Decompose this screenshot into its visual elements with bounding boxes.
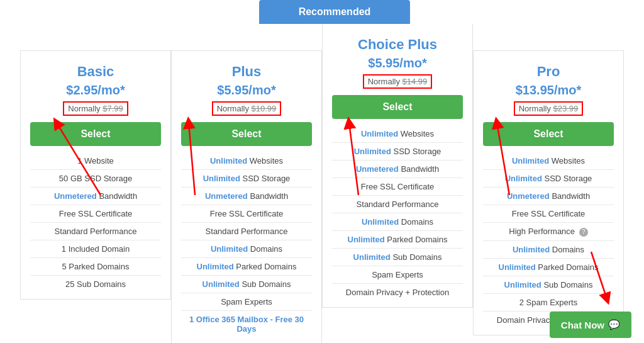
- feature-item: Standard Performance: [30, 222, 161, 240]
- feature-item: 2 Spam Experts: [483, 293, 614, 311]
- feature-item: 5 Parked Domains: [30, 257, 161, 275]
- feature-item: Standard Performance: [181, 222, 312, 240]
- feature-item: 1 Included Domain: [30, 240, 161, 257]
- feature-item: 1 Office 365 Mailbox - Free 30 Days: [181, 310, 312, 337]
- feature-item: High Performance ?: [483, 222, 614, 240]
- normally-box-basic: Normally $7.99: [63, 101, 128, 116]
- feature-item: Unlimited Domains: [332, 213, 463, 230]
- feature-item: Free SSL Certificate: [30, 205, 161, 222]
- feature-item: Free SSL Certificate: [332, 177, 463, 195]
- feature-item: Unlimited Parked Domains: [181, 257, 312, 275]
- chat-now-label: Chat Now: [561, 320, 604, 330]
- plan-name-plus: Plus: [181, 64, 312, 80]
- recommended-banner: Recommended: [259, 0, 410, 24]
- feature-item: Unlimited Sub Domains: [181, 275, 312, 293]
- page-wrapper: Recommended Basic$2.95/mo*Normally $7.99…: [0, 0, 644, 343]
- feature-item: Domain Privacy + Protection: [332, 283, 463, 301]
- feature-item: Unlimited Sub Domains: [483, 276, 614, 293]
- feature-item: Unmetered Bandwidth: [181, 187, 312, 205]
- feature-item: Unlimited Domains: [483, 240, 614, 258]
- select-button-pro[interactable]: Select: [483, 122, 614, 146]
- feature-item: Unmetered Bandwidth: [483, 187, 614, 205]
- feature-item: Unlimited Sub Domains: [332, 248, 463, 266]
- feature-item: Unlimited Websites: [332, 125, 463, 142]
- feature-item: Unlimited Websites: [483, 152, 614, 169]
- plans-container: Basic$2.95/mo*Normally $7.99Select1 Webs…: [6, 24, 638, 343]
- plan-price-plus: $5.95/mo*: [181, 83, 312, 98]
- normally-box-pro: Normally $23.99: [514, 101, 584, 116]
- feature-item: Unlimited Domains: [181, 240, 312, 257]
- plan-pro: Pro$13.95/mo*Normally $23.99SelectUnlimi…: [473, 50, 624, 335]
- feature-item: 50 GB SSD Storage: [30, 169, 161, 187]
- feature-item: Unlimited Parked Domains: [483, 258, 614, 276]
- feature-item: Unlimited SSD Storage: [332, 142, 463, 160]
- feature-item: Free SSL Certificate: [483, 205, 614, 222]
- feature-item: Unmetered Bandwidth: [332, 160, 463, 177]
- normally-wrapper-pro: Normally $23.99: [483, 101, 614, 120]
- chat-icon: 💬: [608, 319, 620, 330]
- plan-choice-plus: Choice Plus$5.95/mo*Normally $14.99Selec…: [322, 24, 473, 308]
- select-button-choice-plus[interactable]: Select: [332, 95, 463, 119]
- select-button-plus[interactable]: Select: [181, 122, 312, 146]
- normally-box-choice-plus: Normally $14.99: [363, 74, 433, 89]
- feature-list-plus: Unlimited WebsitesUnlimited SSD StorageU…: [181, 152, 312, 337]
- select-button-basic[interactable]: Select: [30, 122, 161, 146]
- feature-item: Unmetered Bandwidth: [30, 187, 161, 205]
- recommended-label: Recommended: [299, 6, 371, 17]
- feature-list-pro: Unlimited WebsitesUnlimited SSD StorageU…: [483, 152, 614, 329]
- feature-item: Free SSL Certificate: [181, 205, 312, 222]
- normally-wrapper-choice-plus: Normally $14.99: [332, 74, 463, 93]
- feature-item: Spam Experts: [332, 266, 463, 283]
- plan-basic: Basic$2.95/mo*Normally $7.99Select1 Webs…: [20, 50, 171, 300]
- feature-item: 1 Website: [30, 152, 161, 169]
- feature-item: Unlimited Websites: [181, 152, 312, 169]
- plan-price-pro: $13.95/mo*: [483, 83, 614, 98]
- feature-item: Spam Experts: [181, 293, 312, 310]
- chat-now-button[interactable]: Chat Now 💬: [550, 312, 631, 338]
- feature-item: Unlimited Parked Domains: [332, 230, 463, 248]
- plan-name-pro: Pro: [483, 64, 614, 80]
- feature-list-choice-plus: Unlimited WebsitesUnlimited SSD StorageU…: [332, 125, 463, 301]
- plan-name-basic: Basic: [30, 64, 161, 80]
- plan-name-choice-plus: Choice Plus: [332, 37, 463, 53]
- feature-item: Unlimited SSD Storage: [483, 169, 614, 187]
- feature-item: 25 Sub Domains: [30, 275, 161, 293]
- feature-item: Unlimited SSD Storage: [181, 169, 312, 187]
- normally-wrapper-basic: Normally $7.99: [30, 101, 161, 120]
- feature-list-basic: 1 Website50 GB SSD StorageUnmetered Band…: [30, 152, 161, 293]
- normally-box-plus: Normally $10.99: [212, 101, 282, 116]
- feature-item: Standard Performance: [332, 195, 463, 213]
- plan-plus: Plus$5.95/mo*Normally $10.99SelectUnlimi…: [171, 50, 322, 343]
- plan-price-basic: $2.95/mo*: [30, 83, 161, 98]
- plan-price-choice-plus: $5.95/mo*: [332, 56, 463, 70]
- normally-wrapper-plus: Normally $10.99: [181, 101, 312, 120]
